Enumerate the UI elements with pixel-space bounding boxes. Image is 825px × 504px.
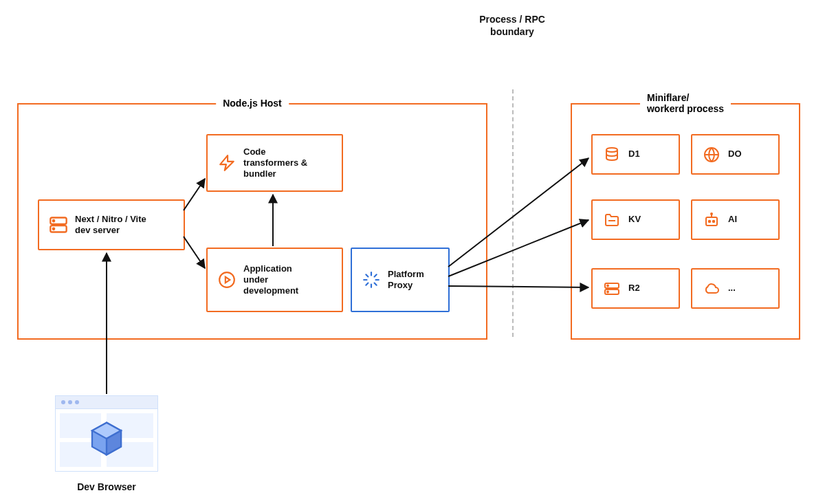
service-r2-box: R2 <box>591 268 680 309</box>
folder-icon <box>601 209 623 231</box>
play-icon <box>216 269 238 291</box>
server-icon <box>47 214 69 236</box>
dev-browser-label: Dev Browser <box>55 481 158 494</box>
svg-line-14 <box>375 274 377 276</box>
app-label: Application under development <box>243 263 307 297</box>
database-icon <box>601 144 623 166</box>
miniflare-title: Miniflare/ workerd process <box>640 92 731 114</box>
robot-icon <box>701 209 723 231</box>
svg-point-3 <box>53 228 54 230</box>
dev-browser-illustration <box>55 395 158 472</box>
svg-point-23 <box>711 213 712 215</box>
globe-icon <box>701 144 723 166</box>
service-ai-box: AI <box>691 199 780 240</box>
service-more-label: ... <box>728 283 744 294</box>
svg-rect-19 <box>706 217 717 226</box>
service-kv-label: KV <box>628 214 649 225</box>
svg-line-9 <box>366 274 368 276</box>
service-do-box: DO <box>691 134 780 175</box>
svg-point-21 <box>713 220 715 222</box>
svg-point-26 <box>607 285 608 286</box>
lightning-icon <box>216 152 238 174</box>
service-d1-label: D1 <box>628 149 648 160</box>
service-do-label: DO <box>728 149 750 160</box>
bundler-box: Code transformers & bundler <box>206 134 343 192</box>
storage-icon <box>601 278 623 300</box>
svg-point-20 <box>709 220 711 222</box>
bundler-label: Code transformers & bundler <box>243 146 316 180</box>
nodejs-host-title: Node.js Host <box>216 98 289 109</box>
service-more-box: ... <box>691 268 780 309</box>
platform-proxy-label: Platform Proxy <box>388 269 432 292</box>
service-r2-label: R2 <box>628 283 648 294</box>
process-boundary-line <box>512 89 514 337</box>
svg-point-15 <box>606 148 617 152</box>
svg-marker-4 <box>220 155 234 171</box>
service-kv-box: KV <box>591 199 680 240</box>
boundary-label: Process / RPC boundary <box>468 14 557 38</box>
loading-icon <box>360 269 382 291</box>
app-box: Application under development <box>206 248 343 312</box>
platform-proxy-box: Platform Proxy <box>351 248 450 312</box>
service-d1-box: D1 <box>591 134 680 175</box>
svg-marker-6 <box>226 277 230 283</box>
browser-viewport <box>55 408 158 472</box>
svg-point-2 <box>53 220 54 221</box>
browser-titlebar <box>55 395 158 408</box>
dev-server-label: Next / Nitro / Vite dev server <box>75 214 155 237</box>
svg-line-10 <box>375 283 377 285</box>
cloud-icon <box>701 278 723 300</box>
service-ai-label: AI <box>728 214 745 225</box>
dev-server-box: Next / Nitro / Vite dev server <box>38 199 185 250</box>
svg-point-5 <box>219 272 234 287</box>
svg-line-13 <box>366 283 368 285</box>
svg-point-27 <box>607 291 608 292</box>
cube-icon <box>87 419 126 461</box>
